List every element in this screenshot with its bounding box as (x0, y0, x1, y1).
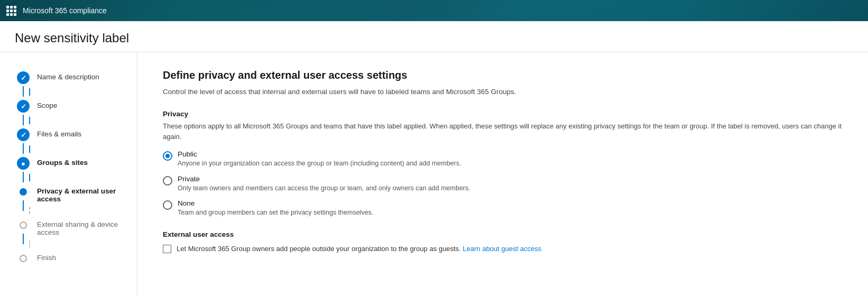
radio-private-label: Private (178, 175, 470, 183)
sidebar: ✓ Name & description ✓ Scope ✓ Files & e (0, 52, 137, 296)
connector-6 (29, 240, 30, 248)
external-user-access-title: External user access (163, 230, 843, 238)
radio-public-text: Public Anyone in your organization can a… (178, 150, 461, 169)
sidebar-label-privacy: Privacy & external user access (37, 186, 137, 203)
radio-public-label: Public (178, 150, 461, 158)
content-subtitle: Control the level of access that interna… (163, 87, 843, 97)
radio-none-label: None (178, 199, 373, 207)
top-bar: Microsoft 365 compliance (0, 0, 868, 21)
step-icon-external (20, 221, 27, 229)
radio-public-desc: Anyone in your organization can access t… (178, 159, 461, 169)
sidebar-item-scope[interactable]: ✓ Scope (17, 96, 137, 117)
sidebar-label-finish: Finish (37, 252, 56, 262)
page-title: New sensitivity label (15, 31, 853, 45)
checkbox-guest-access[interactable]: Let Microsoft 365 Group owners add peopl… (163, 244, 843, 254)
main-layout: ✓ Name & description ✓ Scope ✓ Files & e (0, 52, 868, 296)
step-icon-scope: ✓ (17, 100, 30, 113)
step-container-name: ✓ (17, 71, 30, 84)
step-container-privacy (17, 186, 30, 198)
sidebar-item-finish[interactable]: Finish (17, 248, 137, 269)
external-user-access-section: External user access Let Microsoft 365 G… (163, 230, 843, 254)
app-grid-icon[interactable] (6, 6, 16, 16)
learn-guest-access-link[interactable]: Learn about guest access (463, 245, 541, 253)
connector-2 (29, 117, 30, 124)
app-title: Microsoft 365 compliance (23, 6, 107, 15)
step-container-groups: ● (17, 157, 30, 170)
sidebar-label-groups: Groups & sites (37, 157, 88, 166)
radio-option-private[interactable]: Private Only team owners and members can… (163, 175, 843, 193)
step-icon-groups: ● (17, 157, 30, 170)
sidebar-item-groups-sites[interactable]: ● Groups & sites (17, 153, 137, 174)
radio-private-text: Private Only team owners and members can… (178, 175, 470, 193)
sidebar-item-privacy[interactable]: Privacy & external user access (17, 181, 137, 207)
step-icon-finish (20, 255, 27, 262)
radio-private-desc: Only team owners and members can access … (178, 184, 470, 193)
sidebar-item-files-emails[interactable]: ✓ Files & emails (17, 124, 137, 145)
privacy-section-title: Privacy (163, 110, 843, 118)
step-container-external (17, 219, 30, 232)
checkbox-guest[interactable] (163, 245, 171, 253)
step-icon-files: ✓ (17, 128, 30, 141)
checkbox-label: Let Microsoft 365 Group owners add peopl… (177, 245, 461, 253)
checkbox-guest-text: Let Microsoft 365 Group owners add peopl… (177, 244, 541, 254)
content-area: Define privacy and external user access … (137, 52, 868, 296)
sidebar-label-external: External sharing & device access (37, 219, 137, 236)
radio-option-public[interactable]: Public Anyone in your organization can a… (163, 150, 843, 169)
sidebar-label-name: Name & description (37, 71, 99, 81)
page-header: New sensitivity label (0, 21, 868, 52)
connector-5 (29, 207, 30, 215)
connector-3 (29, 145, 30, 153)
radio-none-desc: Team and group members can set the priva… (178, 208, 373, 218)
sidebar-label-files: Files & emails (37, 128, 81, 138)
connector-4 (29, 174, 30, 181)
radio-option-none[interactable]: None Team and group members can set the … (163, 199, 843, 218)
sidebar-item-name-description[interactable]: ✓ Name & description (17, 67, 137, 88)
radio-none[interactable] (163, 200, 172, 210)
sidebar-item-external-sharing[interactable]: External sharing & device access (17, 215, 137, 240)
content-title: Define privacy and external user access … (163, 69, 843, 81)
step-container-files: ✓ (17, 128, 30, 141)
step-container-finish (17, 252, 30, 265)
step-container-scope: ✓ (17, 100, 30, 113)
connector-1 (29, 88, 30, 96)
step-icon-name: ✓ (17, 71, 30, 84)
radio-public[interactable] (163, 151, 172, 161)
step-icon-privacy (20, 188, 27, 196)
radio-none-text: None Team and group members can set the … (178, 199, 373, 218)
privacy-section: Privacy These options apply to all Micro… (163, 110, 843, 218)
privacy-section-description: These options apply to all Microsoft 365… (163, 121, 843, 142)
radio-private[interactable] (163, 176, 172, 186)
sidebar-label-scope: Scope (37, 100, 57, 109)
